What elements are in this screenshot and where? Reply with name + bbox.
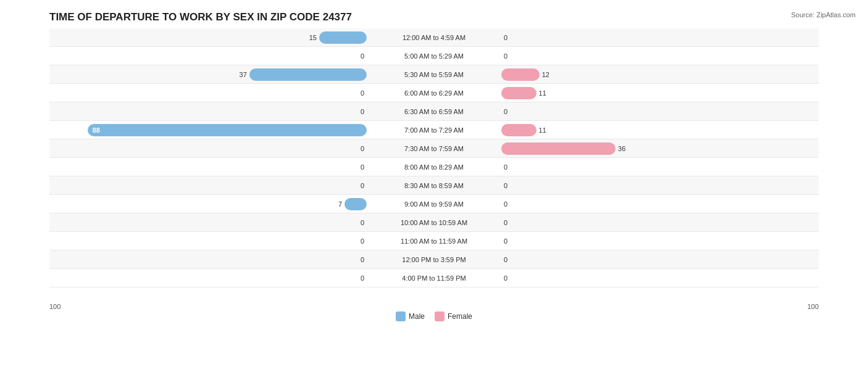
chart-row: 07:30 AM to 7:59 AM36 [49,139,819,158]
bar-female [501,68,540,81]
female-value: 12 [542,71,556,78]
male-value: 0 [351,89,364,97]
chart-row: 04:00 PM to 11:59 PM0 [49,269,819,287]
male-color-swatch [396,311,406,321]
chart-title: TIME OF DEPARTURE TO WORK BY SEX IN ZIP … [12,11,856,23]
male-value: 0 [351,237,364,245]
time-label: 8:00 AM to 8:29 AM [369,163,499,171]
female-value: 0 [504,256,517,263]
legend: Male Female [396,311,472,321]
male-value: 15 [303,34,317,41]
bar-female [501,87,536,99]
legend-female-label: Female [448,312,472,321]
time-label: 12:00 PM to 3:59 PM [369,256,499,263]
chart-row: 011:00 AM to 11:59 AM0 [49,232,819,250]
time-label: 7:30 AM to 7:59 AM [369,145,499,152]
chart-row: 887:00 AM to 7:29 AM11 [49,121,819,139]
chart-row: 06:30 AM to 6:59 AM0 [49,102,819,121]
female-value: 36 [618,145,632,152]
male-value: 0 [351,274,364,282]
chart-area: 1512:00 AM to 4:59 AM005:00 AM to 5:29 A… [12,28,856,323]
female-value: 0 [504,52,517,60]
bar-male [319,31,367,44]
chart-row: 1512:00 AM to 4:59 AM0 [49,28,819,47]
female-value: 0 [504,219,517,226]
female-value: 0 [504,274,517,282]
female-value: 11 [539,89,553,97]
female-color-swatch [435,311,444,321]
legend-male: Male [396,311,425,321]
rows-wrapper: 1512:00 AM to 4:59 AM005:00 AM to 5:29 A… [49,28,819,298]
male-value: 0 [351,108,364,115]
male-value: 7 [328,200,342,208]
chart-container: TIME OF DEPARTURE TO WORK BY SEX IN ZIP … [0,0,868,367]
time-label: 11:00 AM to 11:59 AM [369,237,499,245]
chart-row: 375:30 AM to 5:59 AM12 [49,65,819,84]
female-value: 0 [504,237,517,245]
female-value: 0 [504,182,517,189]
female-value: 0 [504,34,517,41]
female-value: 0 [504,200,517,208]
bar-male [344,198,367,210]
time-label: 12:00 AM to 4:59 AM [369,34,499,41]
axis-bottom: 100 100 [49,303,819,310]
male-value: 0 [351,163,364,171]
chart-row: 06:00 AM to 6:29 AM11 [49,84,819,102]
male-value: 37 [233,71,247,78]
legend-female: Female [435,311,472,321]
time-label: 6:00 AM to 6:29 AM [369,89,499,97]
time-label: 9:00 AM to 9:59 AM [369,200,499,208]
chart-row: 08:00 AM to 8:29 AM0 [49,158,819,176]
chart-row: 08:30 AM to 8:59 AM0 [49,176,819,195]
female-value: 0 [504,163,517,171]
chart-row: 79:00 AM to 9:59 AM0 [49,195,819,213]
male-value: 0 [351,256,364,263]
time-label: 5:00 AM to 5:29 AM [369,52,499,60]
time-label: 4:00 PM to 11:59 PM [369,274,499,282]
female-value: 0 [504,108,517,115]
male-value: 0 [351,182,364,189]
source-label: Source: ZipAtlas.com [791,11,856,19]
female-value: 11 [539,126,553,134]
bar-male [249,68,367,81]
bar-male: 88 [88,124,367,136]
chart-row: 05:00 AM to 5:29 AM0 [49,47,819,65]
time-label: 5:30 AM to 5:59 AM [369,71,499,78]
chart-row: 012:00 PM to 3:59 PM0 [49,250,819,269]
male-value: 0 [351,52,364,60]
time-label: 7:00 AM to 7:29 AM [369,126,499,134]
bar-female [501,124,536,136]
male-value: 0 [351,145,364,152]
time-label: 10:00 AM to 10:59 AM [369,219,499,226]
male-value: 0 [351,219,364,226]
bar-female [501,142,616,155]
axis-left-label: 100 [49,303,61,310]
time-label: 8:30 AM to 8:59 AM [369,182,499,189]
axis-right-label: 100 [807,303,819,310]
legend-male-label: Male [409,312,425,321]
time-label: 6:30 AM to 6:59 AM [369,108,499,115]
chart-row: 010:00 AM to 10:59 AM0 [49,213,819,232]
